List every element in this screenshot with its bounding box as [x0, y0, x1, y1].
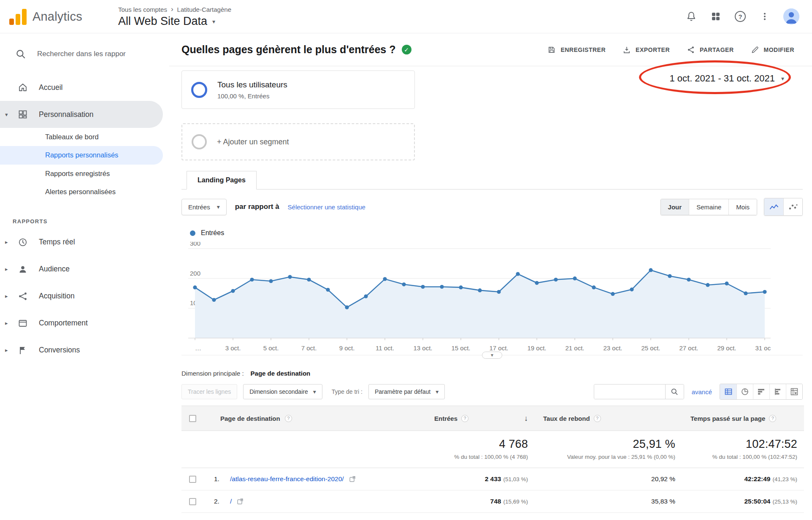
- svg-text:5 oct.: 5 oct.: [263, 344, 279, 352]
- more-vert-icon[interactable]: [759, 11, 771, 22]
- browser-window-icon: [18, 318, 28, 328]
- add-segment-label: + Ajouter un segment: [217, 138, 289, 146]
- legend-label: Entrées: [201, 229, 224, 237]
- column-header-time[interactable]: Temps passé sur la page: [690, 415, 765, 422]
- export-button[interactable]: EXPORTER: [623, 46, 670, 54]
- report-title-bar: Quelles pages génèrent le plus d'entrées…: [169, 33, 812, 66]
- apps-grid-icon[interactable]: [710, 11, 722, 22]
- legend-dot-icon: [190, 230, 195, 236]
- select-metric-link[interactable]: Sélectionner une statistique: [288, 203, 365, 211]
- row-checkbox[interactable]: [189, 476, 196, 483]
- sort-descending-icon[interactable]: ↓: [524, 414, 528, 423]
- sidebar-item-rapports-personnalises[interactable]: Rapports personnalisés: [0, 146, 163, 164]
- breadcrumb-account[interactable]: Latitude-Cartagène: [177, 6, 231, 13]
- help-icon[interactable]: ?: [734, 11, 746, 22]
- granularity-day-button[interactable]: Jour: [661, 199, 689, 215]
- plot-rows-button[interactable]: Tracer les lignes: [181, 384, 237, 399]
- sidebar-item-temps-reel[interactable]: ▸ Temps réel: [0, 229, 169, 256]
- person-icon: [18, 264, 28, 274]
- row-time: 25:50:04: [744, 498, 770, 505]
- column-header-entries[interactable]: Entrées: [434, 415, 457, 422]
- granularity-week-button[interactable]: Semaine: [689, 199, 728, 215]
- landing-page-link[interactable]: /: [230, 498, 232, 505]
- table-search-button[interactable]: [665, 385, 684, 399]
- secondary-dimension-button[interactable]: Dimension secondaire ▾: [243, 384, 322, 399]
- metric-select[interactable]: Entrées ▾: [181, 199, 227, 215]
- open-in-new-icon[interactable]: [349, 476, 356, 482]
- add-segment-card[interactable]: + Ajouter un segment: [181, 123, 415, 160]
- row-entries-pct: (51,03 %): [503, 476, 528, 482]
- comparison-view-icon[interactable]: [769, 384, 786, 399]
- analytics-logo[interactable]: Analytics: [0, 8, 118, 25]
- svg-text:23 oct.: 23 oct.: [603, 344, 622, 352]
- dimension-value[interactable]: Page de destination: [251, 370, 311, 377]
- row-index: 2.: [214, 498, 225, 505]
- column-header-page[interactable]: Page de destination: [220, 415, 280, 422]
- svg-text:15 oct.: 15 oct.: [451, 344, 470, 352]
- table-summary-row: 4 768 % du total : 100,00 % (4 768) 25,9…: [181, 431, 804, 468]
- svg-text:19 oct.: 19 oct.: [527, 344, 546, 352]
- svg-text:21 oct.: 21 oct.: [565, 344, 584, 352]
- table-search-input[interactable]: [594, 385, 665, 399]
- sidebar-item-acquisition[interactable]: ▸ Acquisition: [0, 283, 169, 310]
- sidebar-item-comportement[interactable]: ▸ Comportement: [0, 310, 169, 337]
- segment-title: Tous les utilisateurs: [217, 80, 287, 89]
- sidebar-item-label: Comportement: [39, 319, 88, 328]
- segment-all-users-card[interactable]: Tous les utilisateurs 100,00 %, Entrées: [181, 70, 415, 109]
- pivot-view-icon[interactable]: [786, 384, 802, 399]
- svg-text:300: 300: [190, 242, 200, 247]
- sidebar-item-label: Personnalisation: [39, 110, 93, 119]
- help-icon[interactable]: ?: [769, 415, 776, 422]
- collapse-chart-button[interactable]: ▼: [482, 352, 502, 359]
- account-avatar[interactable]: [783, 8, 799, 24]
- select-all-checkbox[interactable]: [189, 415, 196, 422]
- performance-view-icon[interactable]: [753, 384, 769, 399]
- sidebar-item-alertes-personnalisees[interactable]: Alertes personnalisées: [0, 183, 163, 201]
- svg-text:17 oct.: 17 oct.: [489, 344, 508, 352]
- advanced-filter-link[interactable]: avancé: [692, 388, 712, 395]
- sidebar-item-tableaux-de-bord[interactable]: Tableaux de bord: [0, 128, 163, 146]
- sidebar-item-accueil[interactable]: Accueil: [0, 74, 169, 101]
- sort-type-select[interactable]: Paramètre par défaut ▾: [368, 384, 445, 399]
- share-button[interactable]: PARTAGER: [687, 46, 734, 54]
- landing-page-link[interactable]: /atlas-reseau-ferre-france-edition-2020/: [230, 475, 344, 483]
- notifications-bell-icon[interactable]: [685, 11, 697, 22]
- percentage-view-icon[interactable]: [736, 384, 753, 399]
- table-view-icon[interactable]: [720, 384, 736, 399]
- row-checkbox[interactable]: [189, 498, 196, 505]
- segment-ring-icon: [192, 134, 207, 149]
- sidebar-item-label: Audience: [39, 265, 70, 274]
- report-search[interactable]: [0, 44, 169, 65]
- open-in-new-icon[interactable]: [237, 498, 244, 505]
- download-icon: [623, 46, 631, 54]
- sidebar-item-conversions[interactable]: ▸ Conversions: [0, 337, 169, 364]
- chart-legend: Entrées: [181, 229, 803, 237]
- help-icon[interactable]: ?: [461, 415, 468, 422]
- svg-text:3 oct.: 3 oct.: [225, 344, 241, 352]
- customization-icon: [18, 109, 28, 119]
- search-icon: [15, 49, 26, 60]
- help-icon[interactable]: ?: [594, 415, 601, 422]
- sidebar-item-audience[interactable]: ▸ Audience: [0, 256, 169, 283]
- line-chart-icon[interactable]: [764, 198, 783, 215]
- save-button[interactable]: ENREGISTRER: [547, 46, 606, 54]
- column-header-bounce[interactable]: Taux de rebond: [543, 415, 590, 422]
- date-range-picker[interactable]: 1 oct. 2021 - 31 oct. 2021 ▾: [669, 73, 784, 84]
- motion-chart-icon[interactable]: [783, 198, 802, 215]
- granularity-month-button[interactable]: Mois: [728, 199, 757, 215]
- share-label: PARTAGER: [700, 46, 734, 53]
- breadcrumb-all-accounts[interactable]: Tous les comptes: [118, 6, 167, 13]
- svg-text:27 oct.: 27 oct.: [679, 344, 698, 352]
- row-bounce: 35,83 %: [535, 498, 682, 505]
- export-label: EXPORTER: [636, 46, 670, 53]
- chart-type-toggle: [764, 198, 803, 216]
- sidebar-item-rapports-enregistres[interactable]: Rapports enregistrés: [0, 165, 163, 183]
- edit-button[interactable]: MODIFIER: [751, 46, 794, 54]
- search-input[interactable]: [37, 50, 155, 58]
- help-icon[interactable]: ?: [285, 415, 292, 422]
- table-header-row: Page de destination ? Entrées ? ↓ Taux d…: [181, 406, 804, 431]
- sidebar-item-personnalisation[interactable]: ▾ Personnalisation: [0, 101, 163, 128]
- entries-line-chart[interactable]: 100200300…3 oct.5 oct.7 oct.9 oct.11 oct…: [181, 242, 803, 354]
- tab-landing-pages[interactable]: Landing Pages: [187, 171, 257, 190]
- property-selector[interactable]: All Web Site Data ▾: [118, 15, 231, 28]
